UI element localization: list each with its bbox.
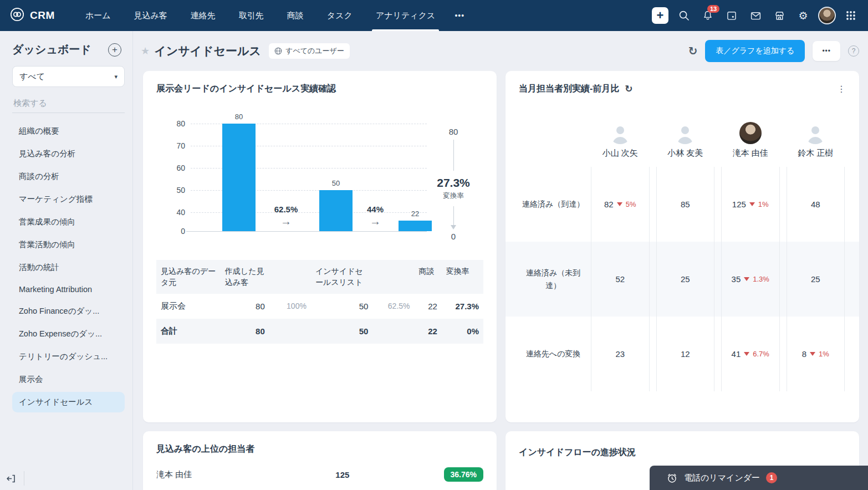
- sidebar-item-exhibition[interactable]: 展示会: [12, 369, 125, 390]
- sidebar-item-marketing-metrics[interactable]: マーケティング指標: [12, 189, 125, 210]
- sidebar-item-lead-analysis[interactable]: 見込み客の分析: [12, 144, 125, 164]
- sidebar-item-deal-analysis[interactable]: 商談の分析: [12, 166, 125, 187]
- col-header: [269, 260, 311, 294]
- col-header: 作成した見込み客: [221, 260, 269, 294]
- y-tick: 70: [165, 141, 185, 150]
- top-reps-card: 見込み客の上位の担当者 滝本 由佳 125 36.76%: [143, 431, 497, 490]
- bar-value-label: 80: [222, 113, 256, 121]
- refresh-dashboard-icon[interactable]: ↻: [688, 44, 698, 58]
- sidebar-item-zoho-finance[interactable]: Zoho Financeのダッ...: [12, 301, 125, 321]
- dashboard-sidebar: ダッシュボード + すべて ▾ 組織の概要 見込み客の分析 商談の分析 マーケテ…: [0, 31, 133, 490]
- nav-overflow-icon[interactable]: •••: [447, 11, 472, 20]
- bar-inside-sales-list[interactable]: [319, 190, 353, 231]
- sidebar-item-territory[interactable]: テリトリーのダッシュ...: [12, 346, 125, 367]
- reminder-count-badge: 1: [766, 472, 777, 483]
- sidebar-item-zoho-expense[interactable]: Zoho Expenseのダッ...: [12, 324, 125, 344]
- search-icon[interactable]: [675, 6, 693, 25]
- sidebar-item-sales-results[interactable]: 営業成果の傾向: [12, 212, 125, 232]
- add-dashboard-button[interactable]: +: [108, 43, 121, 57]
- bar-created-leads[interactable]: [222, 124, 256, 231]
- globe-icon: [274, 47, 282, 55]
- col-header: 商談: [415, 260, 442, 294]
- monthly-card-title: 当月担当者別実績-前月比: [519, 83, 619, 95]
- bar-deals[interactable]: [399, 221, 432, 231]
- nav-item-analytics[interactable]: アナリティクス: [364, 0, 447, 31]
- rep-name: 滝本 由佳: [156, 469, 292, 480]
- settings-gear-icon[interactable]: ⚙: [794, 6, 813, 25]
- avatar-photo: [818, 7, 836, 24]
- all-users-badge[interactable]: すべてのユーザー: [269, 43, 350, 59]
- sidebar-item-org-overview[interactable]: 組織の概要: [12, 121, 125, 141]
- sidebar-search: [12, 95, 125, 113]
- conversion-step-1: 62.5% →: [261, 205, 311, 228]
- nav-item-contacts[interactable]: 連絡先: [179, 0, 227, 31]
- help-icon[interactable]: ?: [848, 45, 859, 57]
- quick-create-button[interactable]: +: [651, 6, 670, 25]
- trend-down-icon: [617, 202, 622, 206]
- dashboard-filter-select[interactable]: すべて ▾: [12, 66, 125, 87]
- nav-item-deals[interactable]: 商談: [275, 0, 315, 31]
- favorite-star-icon[interactable]: ★: [141, 45, 150, 57]
- nav-item-home[interactable]: ホーム: [74, 0, 122, 31]
- col-header: 見込み客のデータ元: [156, 260, 221, 294]
- avatar-photo: [739, 122, 762, 144]
- more-options-button[interactable]: •••: [813, 41, 840, 61]
- metric-row-contacted-unreached: 連絡済み（未到達） 52 25 351.3% 25: [506, 242, 859, 317]
- marketplace-store-icon[interactable]: [770, 6, 789, 25]
- crm-logo-icon: [10, 7, 24, 24]
- funnel-table: 見込み客のデータ元 作成した見込み客 インサイドセールスリスト 商談 変換率 展…: [156, 260, 483, 344]
- rep-column-takimoto: 滝本 由佳: [721, 114, 780, 167]
- bar-value-label: 50: [319, 179, 353, 187]
- sidebar-item-marketing-attribution[interactable]: Marketing Attribution: [12, 280, 125, 299]
- user-avatar[interactable]: [818, 6, 836, 25]
- mail-icon[interactable]: [746, 6, 765, 25]
- plus-icon: +: [652, 7, 668, 24]
- collapse-sidebar-icon[interactable]: [7, 471, 24, 486]
- filter-selected-value: すべて: [19, 72, 45, 82]
- nav-item-leads[interactable]: 見込み客: [122, 0, 178, 31]
- y-tick: 40: [165, 208, 185, 217]
- y-tick: 60: [165, 164, 185, 172]
- funnel-chart: 80 70 60 50 40 0 80 50 22 62.5%: [156, 124, 483, 243]
- crm-brand[interactable]: CRM: [10, 7, 55, 24]
- primary-nav: ホーム 見込み客 連絡先 取引先 商談 タスク アナリティクス •••: [74, 0, 472, 31]
- overall-conversion-axis: 80 27.3% 変換率 0: [428, 124, 479, 243]
- overall-conversion-value: 27.3%: [437, 176, 470, 190]
- rep-column-suzuki: 鈴木 正樹: [787, 114, 845, 167]
- col-header: [372, 260, 414, 294]
- notification-count-badge: 13: [707, 5, 719, 13]
- y-tick: 80: [165, 119, 185, 128]
- arrow-right-icon: →: [350, 215, 400, 228]
- phone-reminder-label: 電話のリマインダー: [684, 473, 760, 483]
- sidebar-title: ダッシュボード: [12, 42, 91, 57]
- brand-name: CRM: [30, 9, 55, 22]
- funnel-card-title: 展示会リードのインサイドセールス実績確認: [156, 83, 483, 95]
- trend-down-icon: [744, 352, 749, 356]
- refresh-widget-icon[interactable]: ↻: [625, 83, 632, 95]
- y-tick: 0: [165, 227, 185, 236]
- rep-header-row: 小山 次矢 小林 友美 滝本 由佳 鈴木 正樹: [506, 114, 859, 167]
- nav-utilities: + 13 ⚙: [651, 6, 860, 25]
- caret-down-icon: ▾: [114, 73, 118, 80]
- sidebar-item-inside-sales[interactable]: インサイドセールス: [12, 392, 125, 412]
- search-input[interactable]: [13, 98, 124, 108]
- inside-flow-title: インサイドフローの進捗状況: [519, 443, 846, 458]
- nav-item-accounts[interactable]: 取引先: [227, 0, 275, 31]
- kebab-menu-icon[interactable]: ⋮: [834, 84, 849, 94]
- apps-grid-icon[interactable]: [841, 6, 860, 25]
- page-header: ★ インサイドセールス すべてのユーザー ↻ 表／グラフを追加する ••• ?: [133, 31, 868, 71]
- arrow-down-icon: [451, 225, 456, 229]
- sidebar-item-activity-stats[interactable]: 活動の統計: [12, 257, 125, 278]
- sidebar-item-sales-activity[interactable]: 営業活動の傾向: [12, 234, 125, 255]
- nav-item-tasks[interactable]: タスク: [315, 0, 364, 31]
- add-chart-button[interactable]: 表／グラフを追加する: [705, 40, 805, 62]
- calendar-icon[interactable]: [722, 6, 741, 25]
- rep-lead-count: 125: [292, 470, 393, 479]
- trend-down-icon: [810, 352, 815, 356]
- notifications-bell-icon[interactable]: 13: [698, 6, 717, 25]
- dashboard-list: 組織の概要 見込み客の分析 商談の分析 マーケティング指標 営業成果の傾向 営業…: [12, 121, 125, 412]
- top-navbar: CRM ホーム 見込み客 連絡先 取引先 商談 タスク アナリティクス ••• …: [0, 0, 868, 31]
- phone-reminder-bar[interactable]: 電話のリマインダー 1: [650, 466, 868, 490]
- col-header: 変換率: [442, 260, 483, 294]
- avatar-placeholder-icon: [804, 122, 826, 144]
